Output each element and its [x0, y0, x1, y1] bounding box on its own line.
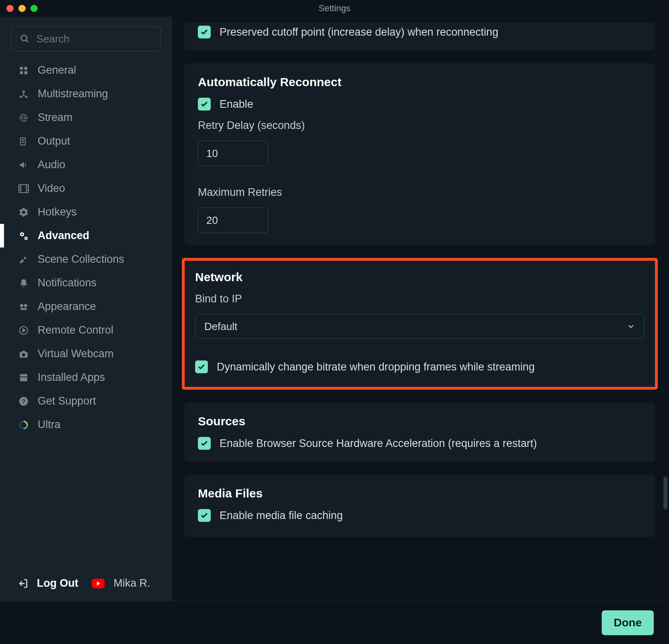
auto-reconnect-section: Automatically Reconnect Enable Retry Del… [184, 63, 655, 245]
media-caching-checkbox-row[interactable]: Enable media file caching [198, 509, 642, 522]
max-retries-input[interactable] [198, 207, 268, 233]
svg-rect-7 [23, 93, 24, 95]
search-box[interactable] [11, 26, 161, 51]
enable-reconnect-checkbox-row[interactable]: Enable [198, 98, 642, 111]
checkbox-checked-icon [198, 98, 211, 111]
close-window-button[interactable] [6, 5, 14, 12]
bind-ip-select[interactable]: Default [195, 314, 645, 339]
checkbox-checked-icon [198, 437, 211, 450]
minimize-window-button[interactable] [18, 5, 26, 12]
svg-point-32 [22, 353, 25, 356]
svg-point-28 [20, 304, 23, 307]
search-input[interactable] [36, 33, 167, 45]
sidebar-item-label: Advanced [38, 229, 89, 242]
ultra-icon [18, 419, 30, 431]
section-title: Sources [198, 415, 642, 428]
sidebar-item-hotkeys[interactable]: Hotkeys [0, 200, 172, 224]
checkbox-label: Enable media file caching [220, 509, 343, 522]
sidebar-item-ultra[interactable]: Ultra [0, 413, 172, 437]
svg-text:?: ? [22, 398, 25, 405]
svg-rect-3 [24, 66, 27, 69]
sidebar-item-label: Stream [38, 111, 73, 124]
section-title: Network [195, 270, 645, 284]
svg-point-29 [24, 304, 27, 307]
checkbox-label: Enable Browser Source Hardware Accelerat… [220, 437, 537, 450]
checkbox-label: Enable [220, 98, 253, 111]
help-icon: ? [18, 395, 30, 407]
checkbox-checked-icon [195, 360, 208, 373]
grid-icon [18, 64, 30, 76]
sidebar-item-video[interactable]: Video [0, 177, 172, 200]
browser-hw-accel-checkbox-row[interactable]: Enable Browser Source Hardware Accelerat… [198, 437, 642, 450]
dynamic-bitrate-checkbox-row[interactable]: Dynamically change bitrate when dropping… [195, 360, 645, 373]
sidebar-item-label: Appearance [38, 300, 96, 313]
sidebar-item-label: Get Support [38, 395, 96, 407]
preserved-cutoff-checkbox-row[interactable]: Preserved cutoff point (increase delay) … [198, 26, 642, 38]
stream-delay-section-partial: Preserved cutoff point (increase delay) … [184, 22, 655, 50]
nav-list: General Multistreaming Stream Output Aud… [0, 58, 172, 566]
username-label: Mika R. [113, 577, 150, 590]
titlebar: Settings [0, 0, 669, 17]
sidebar-item-label: Video [38, 182, 65, 195]
retry-delay-input[interactable] [198, 141, 268, 166]
svg-rect-5 [24, 71, 27, 74]
sidebar-item-stream[interactable]: Stream [0, 106, 172, 129]
speaker-icon [18, 159, 30, 171]
tools-icon [18, 254, 30, 266]
globe-icon [18, 112, 30, 124]
sidebar-item-virtual-webcam[interactable]: Virtual Webcam [0, 342, 172, 366]
output-icon [18, 135, 30, 147]
svg-rect-30 [20, 308, 27, 310]
sidebar-item-installed-apps[interactable]: Installed Apps [0, 366, 172, 389]
footer-bar: Done [0, 601, 669, 644]
sidebar-item-label: Hotkeys [38, 206, 77, 218]
film-icon [18, 183, 30, 195]
sidebar-item-label: Virtual Webcam [38, 348, 114, 360]
sidebar-item-audio[interactable]: Audio [0, 153, 172, 177]
sidebar-item-multistreaming[interactable]: Multistreaming [0, 82, 172, 106]
sidebar-item-label: Installed Apps [38, 371, 105, 384]
svg-point-25 [21, 233, 23, 235]
sidebar-item-appearance[interactable]: Appearance [0, 295, 172, 318]
sidebar-item-label: Multistreaming [38, 88, 108, 100]
logout-icon [18, 578, 28, 589]
window-controls [6, 5, 38, 12]
theme-icon [18, 301, 30, 313]
svg-rect-2 [20, 66, 23, 69]
svg-point-0 [21, 35, 27, 41]
sidebar-item-label: Output [38, 135, 70, 147]
select-value: Default [204, 320, 237, 333]
svg-rect-17 [19, 185, 28, 193]
bind-ip-label: Bind to IP [195, 293, 645, 305]
sidebar-item-remote-control[interactable]: Remote Control [0, 318, 172, 342]
maximize-window-button[interactable] [30, 5, 38, 12]
bell-icon [18, 277, 30, 289]
window-title: Settings [318, 3, 351, 14]
sidebar-item-scene-collections[interactable]: Scene Collections [0, 248, 172, 271]
svg-point-27 [25, 237, 26, 239]
section-title: Media Files [198, 487, 642, 500]
done-button[interactable]: Done [602, 610, 654, 635]
checkbox-checked-icon [198, 26, 211, 38]
sidebar-item-general[interactable]: General [0, 58, 172, 82]
section-title: Automatically Reconnect [198, 75, 642, 89]
sidebar-item-notifications[interactable]: Notifications [0, 271, 172, 295]
sidebar-item-label: Scene Collections [38, 253, 124, 266]
store-icon [18, 372, 30, 384]
camera-icon [18, 348, 30, 360]
chevron-down-icon [627, 322, 635, 331]
sidebar-item-output[interactable]: Output [0, 129, 172, 153]
sidebar-item-advanced[interactable]: Advanced [0, 224, 172, 248]
max-retries-label: Maximum Retries [198, 186, 642, 199]
gear-icon [18, 206, 30, 218]
checkbox-label: Preserved cutoff point (increase delay) … [220, 26, 498, 38]
broadcast-icon [18, 88, 30, 100]
scrollbar-thumb[interactable] [663, 477, 667, 509]
sidebar-item-label: Ultra [38, 419, 60, 431]
sidebar-item-get-support[interactable]: ? Get Support [0, 389, 172, 413]
logout-button[interactable]: Log Out [37, 577, 78, 590]
sidebar-item-label: Audio [38, 159, 65, 171]
sidebar-item-label: Remote Control [38, 324, 113, 336]
sources-section: Sources Enable Browser Source Hardware A… [184, 402, 655, 462]
svg-line-1 [26, 40, 28, 42]
